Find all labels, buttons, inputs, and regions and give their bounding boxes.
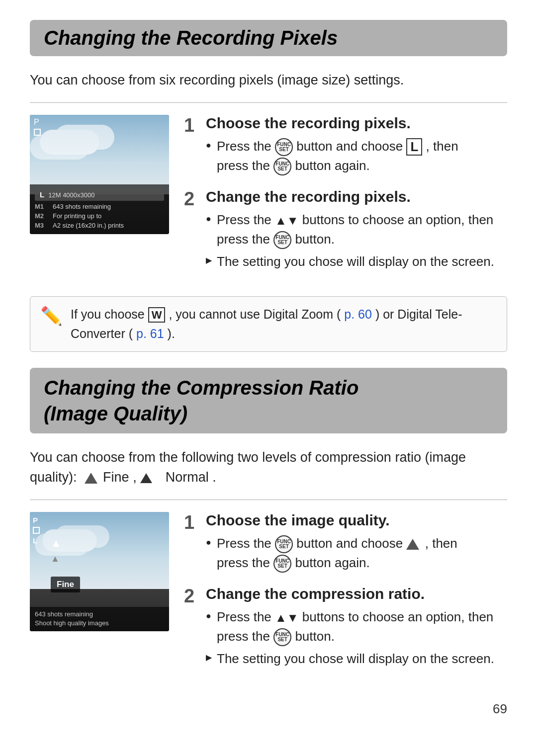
step2-bullet1: Press the ▲▼ buttons to choose an option… — [206, 210, 507, 249]
cam-L-label: L 12M 4000x3000 — [40, 190, 94, 199]
cam2-shots-line: 643 shots remaining — [35, 610, 164, 619]
s2-step2-bullets: Press the ▲▼ buttons to choose an option… — [206, 607, 507, 669]
cam-box-icon — [34, 129, 41, 136]
s2-b2-arrow-text: The setting you chose will display on th… — [217, 651, 494, 666]
section2-header: Changing the Compression Ratio (Image Qu… — [30, 368, 507, 433]
cam-m3-label: M3 — [35, 222, 49, 229]
s2-step1-bullet1: Press the FUNCSET button and choose , th… — [206, 534, 507, 573]
cam2-overlay: P L ▲ ▲ Fine 643 shots remaining Shoot h… — [30, 512, 169, 631]
cam2-l-icon: L — [33, 536, 40, 545]
comma-sep: , — [133, 470, 140, 485]
step1-title: Choose the recording pixels. — [206, 115, 507, 132]
step2-b1-text1: Press the ▲▼ buttons to choose an option… — [217, 212, 493, 247]
cam-row-m2: M2 For printing up to — [35, 212, 164, 221]
cam2-fine-triangle: ▲ — [51, 537, 62, 550]
section1-header: Changing the Recording Pixels — [30, 20, 507, 56]
step2-b1-text2: button. — [295, 232, 335, 247]
func-btn-2: FUNCSET — [273, 158, 291, 175]
step2-bullets: Press the ▲▼ buttons to choose an option… — [206, 210, 507, 271]
note-link-61[interactable]: p. 61 — [136, 327, 164, 340]
section1-steps-area: P L 12M 4000x3000 M1 643 shots remaining — [30, 115, 507, 285]
step1-b1-text1: Press the — [217, 139, 275, 154]
closing-paren: . — [212, 470, 216, 485]
func-btn-4: FUNCSET — [275, 535, 293, 553]
section2-intro-line1: You can choose from the following two le… — [30, 450, 466, 465]
cam2-left-icons: P L — [33, 516, 40, 545]
cam-shots-text: 643 shots remaining — [53, 203, 111, 211]
section2-steps-area: P L ▲ ▲ Fine 643 shots remaining Shoot h… — [30, 512, 507, 682]
fine-icon-inline — [81, 470, 99, 485]
note-text: If you choose W , you cannot use Digital… — [71, 305, 497, 343]
s2-step2-title: Change the compression ratio. — [206, 586, 507, 602]
note-text-end: ). — [168, 327, 175, 340]
cam-selected-L: L 12M 4000x3000 — [35, 188, 164, 201]
cam2-info-panel: 643 shots remaining Shoot high quality i… — [30, 607, 169, 631]
cam-resolution: 12M 4000x3000 — [48, 191, 94, 199]
cam-row-m3: M3 A2 size (16x20 in.) prints — [35, 222, 164, 230]
s2-b1-text2: button and choose — [296, 536, 406, 551]
normal-label-inline — [158, 470, 162, 485]
page-number: 69 — [30, 701, 507, 717]
section2-intro: You can choose from the following two le… — [30, 447, 507, 488]
cam2-quality-line: Shoot high quality images — [35, 619, 164, 628]
section1-note-box: ✏️ If you choose W , you cannot use Digi… — [30, 296, 507, 352]
func-btn-5: FUNCSET — [273, 555, 291, 573]
cam-print-size: A2 size (16x20 in.) prints — [53, 222, 124, 230]
section1-title: Changing the Recording Pixels — [44, 27, 493, 49]
step1-number: 1 — [184, 116, 199, 135]
step1-content: Choose the recording pixels. Press the F… — [206, 115, 507, 178]
s2-b2-text2: button. — [295, 629, 335, 644]
fine-triangle-icon — [85, 473, 97, 484]
section2-step1: 1 Choose the image quality. Press the FU… — [184, 512, 507, 576]
s2-step1-bullets: Press the FUNCSET button and choose , th… — [206, 534, 507, 573]
step1-bullet1: Press the FUNCSET button and choose L , … — [206, 137, 507, 175]
section2-divider — [30, 500, 507, 500]
updown-icon-2: ▲▼ — [275, 611, 299, 624]
s2-step1-number: 1 — [184, 513, 199, 532]
cam2-box-icon — [33, 527, 40, 534]
camera-overlay: P L 12M 4000x3000 M1 643 shots remaining — [30, 115, 169, 234]
normal-icon-inline — [140, 470, 154, 485]
l-symbol: L — [406, 138, 422, 156]
cam2-p-icon: P — [33, 516, 40, 524]
note-text-middle: , you cannot use Digital Zoom ( — [169, 307, 341, 321]
step1-bullets: Press the FUNCSET button and choose L , … — [206, 137, 507, 175]
section1-steps-container: 1 Choose the recording pixels. Press the… — [184, 115, 507, 285]
cam-m1-label: M1 — [35, 203, 49, 210]
updown-icon-1: ▲▼ — [275, 214, 299, 227]
section2-step2: 2 Change the compression ratio. Press th… — [184, 586, 507, 672]
step2-b2-text: The setting you chose will display on th… — [217, 254, 494, 269]
step2-title: Change the recording pixels. — [206, 188, 507, 205]
cam-m2-label: M2 — [35, 212, 49, 220]
cam-print-info: For printing up to — [53, 212, 101, 221]
s2-b2-text1: Press the ▲▼ buttons to choose an option… — [217, 609, 493, 644]
note-link-60[interactable]: p. 60 — [344, 307, 372, 321]
section2-steps-container: 1 Choose the image quality. Press the FU… — [184, 512, 507, 682]
cam2-fine-text: Fine — [57, 580, 74, 589]
step1-b1-text4: button again. — [295, 158, 369, 173]
section1-intro: You can choose from six recording pixels… — [30, 70, 507, 90]
s2-step2-bullet1: Press the ▲▼ buttons to choose an option… — [206, 607, 507, 646]
cam2-quality-icons: ▲ ▲ — [51, 537, 62, 564]
cam2-normal-triangle: ▲ — [51, 554, 62, 564]
pencil-icon: ✏️ — [40, 306, 63, 327]
cam-shots-info: M1 643 shots remaining M2 For printing u… — [35, 203, 164, 230]
fine-label-inline: Fine — [103, 470, 129, 485]
cam-rows: M1 643 shots remaining M2 For printing u… — [35, 203, 164, 230]
step2-bullet2: The setting you chose will display on th… — [206, 252, 507, 271]
camera-top-icons: P — [34, 118, 41, 136]
section1-step2: 2 Change the recording pixels. Press the… — [184, 188, 507, 274]
func-btn-6: FUNCSET — [273, 628, 291, 646]
s2-step1-title: Choose the image quality. — [206, 512, 507, 529]
camera-info-panel: L 12M 4000x3000 M1 643 shots remaining M… — [30, 184, 169, 234]
section1-step1: 1 Choose the recording pixels. Press the… — [184, 115, 507, 178]
cam-row-m1: M1 643 shots remaining — [35, 203, 164, 211]
section2-intro-line2: quality): — [30, 470, 77, 485]
section2-camera-preview: P L ▲ ▲ Fine 643 shots remaining Shoot h… — [30, 512, 169, 631]
section2-title-line2: (Image Quality) — [44, 403, 187, 424]
s2-step1-content: Choose the image quality. Press the FUNC… — [206, 512, 507, 576]
func-btn-1: FUNCSET — [275, 138, 293, 156]
s2-step2-number: 2 — [184, 587, 199, 605]
cam2-fine-panel: Fine — [51, 577, 80, 592]
s2-b1-text1: Press the — [217, 536, 275, 551]
